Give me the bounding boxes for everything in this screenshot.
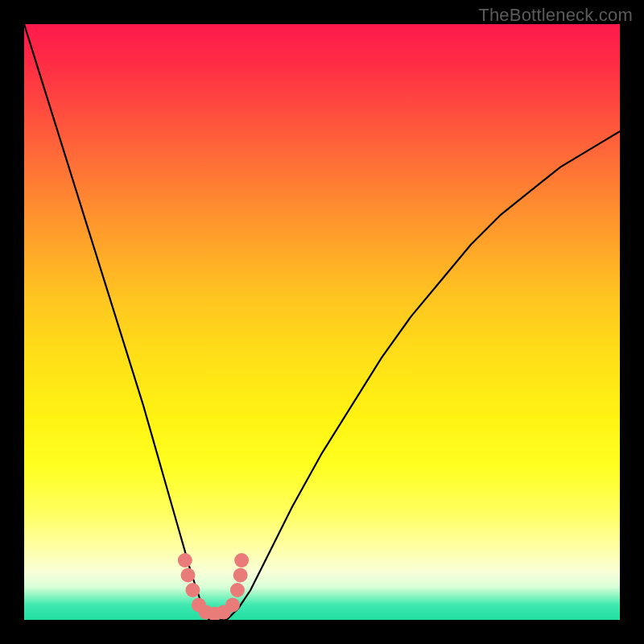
marker-dot [234,553,249,568]
plot-area [24,24,620,620]
marker-dot [185,583,200,597]
marker-dot [233,568,248,583]
marker-dot [230,583,245,597]
marker-dot [181,568,196,583]
watermark-text: TheBottleneck.com [478,5,633,26]
curve-layer [24,24,620,620]
marker-dots [178,553,249,620]
marker-dot [178,553,192,568]
chart-frame: TheBottleneck.com [0,0,644,644]
marker-dot [225,598,240,613]
bottleneck-curve [24,24,620,620]
